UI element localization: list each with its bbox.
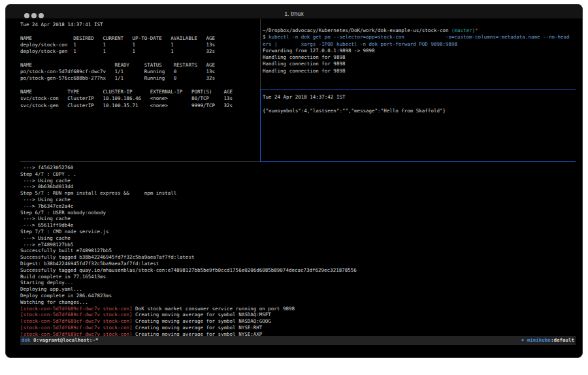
terminal-line: Successfully built e74898127bb5 — [20, 248, 576, 254]
status-session-window-label[interactable]: dok 0:vagrant@localhost:~* — [22, 336, 98, 345]
terminal-line: Forwarding from 127.0.0.1:9898 -> 9898 — [263, 48, 576, 54]
terminal-line: ---> 7b6347ce2a4c — [20, 203, 576, 210]
pane-divider-horizontal-active-top[interactable] — [261, 89, 576, 90]
terminal-line: [stock-con-5d7df689cf-dwc7v stock-con] C… — [20, 312, 576, 318]
terminal-line: $ kubectl -n dok get po --selector=app=s… — [263, 34, 576, 41]
pane-divider-vertical-active[interactable] — [260, 89, 261, 162]
status-bar: dok 0:vagrant@localhost:~* ⎈ minikube:de… — [20, 336, 576, 345]
terminal-line: ---> Using cache — [20, 178, 576, 184]
terminal-line: Watching for changes... — [20, 299, 576, 306]
terminal-line: NAME DESIRED CURRENT UP-TO-DATE AVAILABL… — [20, 35, 260, 42]
terminal-line: Handling connection for 9898 — [263, 54, 576, 61]
terminal-line — [20, 28, 260, 35]
terminal-line: Starting deploy... — [20, 280, 576, 286]
terminal-line: Handling connection for 9898 — [263, 68, 576, 74]
terminal-line: po/stock-gen-576cc688bb-277hx 1/1 Runnin… — [20, 75, 260, 82]
terminal-line: ---> 65611ff9db4e — [20, 222, 576, 229]
terminal-line: Build complete in 77.165413ms — [20, 274, 576, 280]
terminal-line: ---> 0b636bd013dd — [20, 184, 576, 190]
terminal-line: ---> Using cache — [20, 216, 576, 222]
terminal-line: Deploy complete in 286.647823ms — [20, 293, 576, 299]
terminal-line: [stock-con-5d7df689cf-dwc7v stock-con] D… — [20, 306, 576, 312]
terminal-line: Step 6/7 : USER nobody:nobody — [20, 210, 576, 216]
terminal-line: Handling connection for 9898 — [263, 61, 576, 67]
terminal-line: [stock-con-5d7df689cf-dwc7v stock-con] C… — [20, 331, 576, 336]
window-title-bar[interactable]: 1. tmux — [6, 5, 582, 19]
terminal-line — [263, 101, 576, 107]
pane-divider-horizontal-active-bottom[interactable] — [260, 161, 576, 162]
terminal-line: NAME READY STATUS RESTARTS AGE — [20, 62, 260, 69]
terminal-line: Step 7/7 : CMD node service.js — [20, 229, 576, 235]
terminal-line: [stock-con-5d7df689cf-dwc7v stock-con] C… — [20, 318, 576, 325]
terminal-line: ---> Using cache — [20, 197, 576, 203]
pane-divider-horizontal-inactive[interactable] — [20, 161, 260, 162]
terminal-line: ---> f45623052760 — [20, 165, 576, 171]
terminal-line: {"numsymbols":4,"lastseen":"","message":… — [263, 108, 576, 114]
terminal-line: NAME TYPE CLUSTER-IP EXTERNAL-IP PORT(S)… — [20, 89, 260, 95]
status-kube-context-label: ⎈ minikube:default — [521, 336, 574, 345]
terminal-line: Deploying app.yaml... — [20, 286, 576, 293]
pane-skaffold-log[interactable]: ---> f45623052760Step 4/7 : COPY . . ---… — [20, 165, 576, 336]
window-title: 1. tmux — [6, 10, 582, 17]
terminal-line: svc/stock-gen ClusterIP 10.100.35.71 <no… — [20, 103, 260, 109]
terminal-line: Step 5/7 : RUN npm install express && np… — [20, 190, 576, 197]
terminal-line — [20, 55, 260, 61]
terminal-line: Tue 24 Apr 2018 14:37:41 IST — [20, 22, 260, 28]
terminal-line: [stock-con-5d7df689cf-dwc7v stock-con] C… — [20, 325, 576, 331]
pane-kubectl-watch[interactable]: Tue 24 Apr 2018 14:37:41 IST NAME DESIRE… — [20, 19, 260, 165]
terminal-line: ---> Using cache — [20, 235, 576, 242]
pane-port-forward[interactable]: ~/Dropbox/advocacy/Kubernetes/DoK/work/d… — [263, 19, 576, 97]
terminal-line — [20, 82, 260, 89]
terminal-line: deploy/stock-gen 1 1 1 1 32s — [20, 48, 260, 55]
terminal-line: svc/stock-con ClusterIP 10.109.186.46 <n… — [20, 95, 260, 102]
terminal-line: po/stock-con-5d7df689cf-dwc7v 1/1 Runnin… — [20, 69, 260, 75]
terminal-line: Step 4/7 : COPY . . — [20, 171, 576, 178]
terminal-line: ---> e74898127bb5 — [20, 242, 576, 248]
terminal-line: Successfully tagged b38b42246945fd7f32c5… — [20, 254, 576, 261]
terminal-line: Tue 24 Apr 2018 14:37:42 IST — [263, 94, 576, 101]
terminal-line: Successfully tagged quay.io/mhausenblas/… — [20, 267, 576, 274]
terminal-window: 1. tmux Tue 24 Apr 2018 14:37:41 IST NAM… — [5, 4, 583, 358]
terminal-line: Digest: b38b42246945fd7f32c5ba9aea7af7fd… — [20, 261, 576, 267]
terminal-line: ~/Dropbox/advocacy/Kubernetes/DoK/work/d… — [263, 27, 576, 34]
pane-curl-output[interactable]: Tue 24 Apr 2018 14:37:42 IST {"numsymbol… — [263, 92, 576, 162]
terminal-line: deploy/stock-con 1 1 1 1 13s — [20, 42, 260, 48]
terminal-line: ers | xargs -IPOD kubectl -n dok port-fo… — [263, 41, 576, 48]
pane-divider-vertical-inactive[interactable] — [260, 19, 261, 89]
